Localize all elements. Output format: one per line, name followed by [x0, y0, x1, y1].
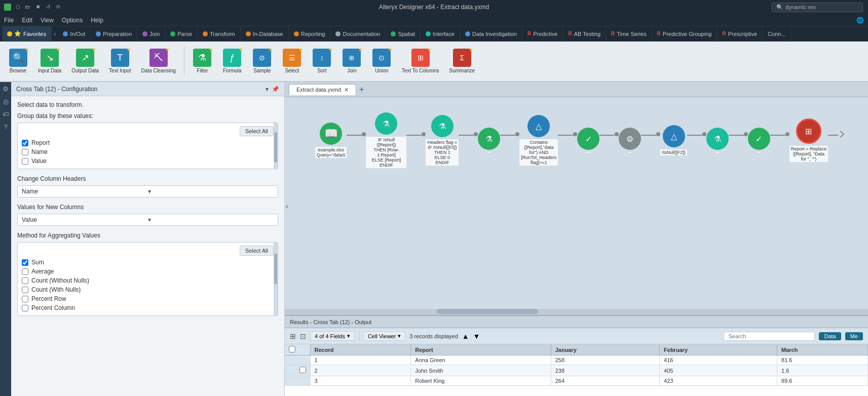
results-grid-icon[interactable]: ⊞ — [290, 332, 296, 340]
node-check1-icon: ✓ — [577, 128, 599, 150]
col-header-march[interactable]: March — [777, 344, 868, 355]
tool-union[interactable]: ⊙ ★ Union — [368, 43, 396, 80]
tab-inout[interactable]: In/Out — [58, 26, 91, 41]
group-select-all-btn[interactable]: Select All — [240, 126, 274, 136]
select-all-rows-checkbox[interactable] — [289, 346, 295, 352]
tab-datainvestigation[interactable]: Data Investigation — [460, 26, 522, 41]
wf-node-formula1[interactable]: ⚗ IF IsNull([Report])THEN [Row-1:Report]… — [366, 112, 406, 168]
tab-favorites[interactable]: ⭐ Favorites — [2, 26, 52, 41]
tab-reporting[interactable]: Reporting — [289, 26, 331, 41]
tab-documentation[interactable]: Documentation — [330, 26, 386, 41]
checkbox-name-input[interactable] — [22, 149, 28, 155]
wf-node-check1[interactable]: ✓ — [577, 128, 599, 153]
tool-join[interactable]: ⊕ ★ Join — [338, 43, 366, 80]
tab-prescriptive[interactable]: R Prescriptive — [717, 26, 763, 41]
tool-summarize[interactable]: Σ ★ Summarize — [445, 43, 479, 80]
wf-node-check2[interactable]: ✓ — [748, 128, 770, 153]
checkbox-report-input[interactable] — [22, 140, 28, 146]
global-search[interactable]: 🔍 dynamic ren — [772, 3, 863, 12]
canvas-scrollbar[interactable] — [285, 309, 868, 315]
category-tabs: ⭐ Favorites ‹ In/Out Preparation Join Pa… — [0, 26, 868, 42]
sort-desc-btn[interactable]: ▼ — [473, 332, 480, 340]
checkbox-sum-input[interactable] — [22, 259, 28, 266]
wf-node-transform2[interactable]: △ !IsNull([F2]) — [660, 125, 687, 155]
results-meta-btn[interactable]: Me — [845, 332, 863, 340]
sort-asc-btn[interactable]: ▲ — [462, 332, 469, 340]
col-header-report[interactable]: Report — [411, 344, 551, 355]
wf-node-gray[interactable]: ⚙ — [619, 128, 641, 153]
menu-view[interactable]: View — [41, 17, 54, 24]
tool-sample[interactable]: ⊘ ★ Sample — [248, 43, 276, 80]
wf-node-formula3[interactable]: ⚗ — [706, 128, 729, 153]
menu-help[interactable]: Help — [91, 17, 103, 24]
tab-predictive[interactable]: R Predictive — [522, 26, 563, 41]
fields-count-btn[interactable]: 4 of 4 Fields ▾ — [310, 331, 355, 341]
col-header-record[interactable]: Record — [310, 344, 411, 355]
tool-formula[interactable]: ƒ ★ Formula — [218, 43, 246, 80]
results-data-btn[interactable]: Data — [819, 332, 841, 340]
tab-abtesting[interactable]: R AB Testing — [563, 26, 606, 41]
tab-interface[interactable]: Interface — [421, 26, 460, 41]
checkbox-count-null-input[interactable] — [22, 287, 28, 293]
config-icon[interactable]: ⚙ — [3, 85, 9, 93]
wf-node-crosstab[interactable]: ⊞ Report = Replace([Report], "Datafor ",… — [789, 118, 828, 162]
checkbox-pct-row-input[interactable] — [22, 296, 28, 302]
canvas-left-arrow[interactable]: ‹ — [285, 201, 289, 211]
tab-transform[interactable]: Transform — [198, 26, 241, 41]
checkbox-pct-col-input[interactable] — [22, 305, 28, 311]
wf-node-input[interactable]: 📖 example.xlsxQuery="dataS — [315, 123, 347, 158]
checkbox-value-input[interactable] — [22, 158, 28, 165]
tab-indatabase[interactable]: In-Database — [241, 26, 289, 41]
tool-select[interactable]: ☰ ★ Select — [278, 43, 306, 80]
row-select-checkbox[interactable] — [299, 367, 306, 373]
cell-viewer-btn[interactable]: Cell Viewer ▾ — [363, 331, 405, 341]
globe-icon[interactable]: 🌐 — [856, 17, 864, 24]
tool-text-input[interactable]: T ★ Text Input — [105, 43, 135, 80]
wf-node-filter[interactable]: ⚗ — [478, 128, 500, 153]
select-icon: ☰ ★ — [283, 49, 301, 67]
tab-conn[interactable]: Conn... — [763, 26, 791, 41]
agg-select-all-btn[interactable]: Select All — [240, 246, 274, 256]
wf-node-transform1[interactable]: △ Contains([Report],"datafor") AND[RunTo… — [519, 115, 558, 166]
tab-add-button[interactable]: + — [357, 85, 366, 94]
wf-node-formula2[interactable]: ⚗ Headers flag =IF !IsNull([F3])THEN 1EL… — [426, 115, 459, 166]
target-icon[interactable]: ◎ — [3, 98, 9, 105]
cell-record: 3 — [310, 376, 411, 386]
menu-options[interactable]: Options — [62, 17, 83, 24]
tab-parse[interactable]: Parse — [165, 26, 198, 41]
tag-icon[interactable]: 🏷 — [3, 110, 9, 118]
panel-dropdown-icon[interactable]: ▾ — [266, 86, 269, 93]
browse-icon: 🔍 ★ — [9, 49, 27, 67]
tab-nav-left[interactable]: ‹ — [52, 30, 58, 37]
column-headers-dropdown[interactable]: Name ▾ — [17, 185, 278, 197]
tool-input-data[interactable]: ↘ ★ Input Data — [34, 43, 65, 80]
help-icon[interactable]: ? — [4, 123, 7, 131]
results-search-input[interactable] — [724, 332, 815, 341]
tab-preparation[interactable]: Preparation — [91, 26, 137, 41]
checkbox-average-input[interactable] — [22, 268, 28, 275]
results-expand-icon[interactable]: ⊡ — [300, 332, 306, 340]
menu-edit[interactable]: Edit — [22, 17, 32, 24]
tool-sort[interactable]: ↕ ★ Sort — [308, 43, 336, 80]
connector-dot-7 — [656, 132, 660, 136]
menu-file[interactable]: File — [4, 17, 14, 24]
tool-output-data[interactable]: ↗ ★ Output Data — [67, 43, 103, 80]
tool-browse[interactable]: 🔍 ★ Browse — [4, 43, 32, 80]
panel-pin-icon[interactable]: 📌 — [272, 86, 279, 93]
tool-text-to-columns[interactable]: ⊞ ★ Text To Columns — [398, 43, 443, 80]
new-columns-dropdown[interactable]: Value ▾ — [17, 214, 278, 226]
tab-extract-data[interactable]: Extract data.yxmd ✕ — [289, 84, 356, 95]
col-header-february[interactable]: February — [660, 344, 777, 355]
tab-close-icon[interactable]: ✕ — [344, 87, 349, 93]
tab-spatial[interactable]: Spatial — [386, 26, 421, 41]
col-header-january[interactable]: January — [551, 344, 659, 355]
checkbox-count-no-null-input[interactable] — [22, 278, 28, 284]
window-controls[interactable]: ⬡ 🗁 ✖ ↺ ⟳ — [0, 4, 62, 11]
checkbox-sum: Sum — [22, 258, 274, 267]
tab-timeseries[interactable]: R Time Series — [606, 26, 652, 41]
tab-predictivegrouping[interactable]: R Predictive Grouping — [652, 26, 718, 41]
tool-filter[interactable]: ⚗ ★ Filter — [188, 43, 216, 80]
canvas-area[interactable]: ‹ 📖 example.xlsxQuery="dataS ⚗ IF IsNull… — [285, 97, 868, 315]
tab-join[interactable]: Join — [137, 26, 165, 41]
tool-data-cleansing[interactable]: ⛏ ★ Data Cleansing — [137, 43, 179, 80]
